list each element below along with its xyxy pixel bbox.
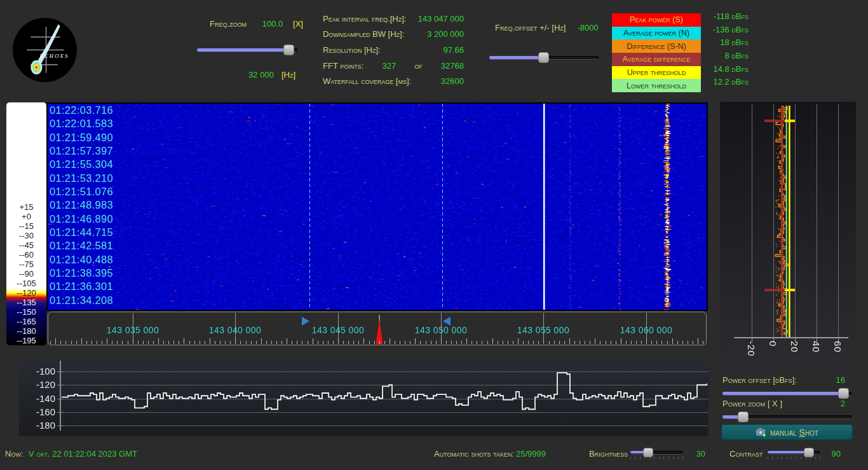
ruler-tick-label: 143 045 000 xyxy=(312,325,364,335)
slider-tick xyxy=(630,457,631,459)
ruler-minor-tick xyxy=(688,341,688,344)
stat-label: Peak interval freq.[Hz]: xyxy=(323,14,406,24)
freq-zoom-unit: [X] xyxy=(293,19,303,29)
slider-tick xyxy=(806,457,806,459)
interval-start-marker[interactable] xyxy=(302,317,309,326)
power-zoom-slider-handle[interactable] xyxy=(738,411,749,422)
ruler-minor-tick xyxy=(379,341,380,344)
profile-axis-label: 60 xyxy=(832,341,843,353)
contrast-slider[interactable] xyxy=(768,448,820,457)
ruler-minor-tick xyxy=(661,341,662,344)
waterfall-timestamp: 01:21:38.395 xyxy=(50,267,113,279)
ruler-minor-tick xyxy=(621,338,621,344)
ruler-minor-tick xyxy=(112,341,112,344)
ruler-minor-tick xyxy=(523,341,524,344)
interval-end-marker[interactable] xyxy=(443,317,451,326)
freq-offset-slider[interactable] xyxy=(489,52,599,62)
brightness-slider-handle[interactable] xyxy=(643,448,653,457)
brightness-slider[interactable] xyxy=(630,448,682,457)
ruler-tick-label: 143 050 000 xyxy=(415,325,467,335)
waterfall-timestamp: 01:21:34.208 xyxy=(50,294,113,307)
freq-offset-slider-handle[interactable] xyxy=(538,52,549,63)
power-offset-slider-handle[interactable] xyxy=(838,388,849,399)
freq-span-unit: [Hz] xyxy=(281,70,295,79)
ruler-minor-tick xyxy=(281,341,282,344)
freq-zoom-slider-handle[interactable] xyxy=(283,45,294,55)
stat-label: Resolution [Hz]: xyxy=(323,45,381,55)
ruler-minor-tick xyxy=(636,341,637,344)
slider-tick xyxy=(815,457,816,459)
ruler-minor-tick xyxy=(508,341,508,344)
contrast-label: Contrast xyxy=(729,449,763,459)
legend-average-difference[interactable]: Average difference xyxy=(612,53,701,66)
slider-tick xyxy=(644,457,645,459)
freq-offset-row: Freq.offset +/- [Hz] -8000 xyxy=(495,23,599,32)
slider-tick xyxy=(635,457,635,459)
slider-tick xyxy=(810,457,811,459)
slider-tick xyxy=(640,457,641,459)
stat-value: 97.66 xyxy=(443,45,464,55)
slider-tick xyxy=(787,457,787,459)
scope-axis-label: -120 xyxy=(19,379,55,391)
stat-value: 143 047 000 xyxy=(418,14,464,24)
scope-axis-label: -160 xyxy=(19,406,55,418)
ruler-minor-tick xyxy=(559,341,560,344)
stats-row-peak-freq: Peak interval freq.[Hz]: 143 047 000 xyxy=(323,11,464,27)
freq-zoom-row: Freq.zoom 100.0 [X] xyxy=(210,19,303,29)
profile-axis-label: 20 xyxy=(789,341,800,353)
waterfall-display[interactable]: 01:22:03.71601:22:01.58301:21:59.49001:2… xyxy=(46,102,708,311)
ruler-minor-tick xyxy=(117,341,118,344)
ruler-minor-tick xyxy=(230,341,231,344)
ruler-minor-tick xyxy=(538,341,539,344)
ruler-minor-tick xyxy=(313,338,313,344)
legend-average-power[interactable]: Average power (N) xyxy=(612,27,701,40)
ruler-minor-tick xyxy=(451,341,452,344)
ruler-minor-tick xyxy=(328,341,329,344)
readout-lower-threshold: 12.2 dBfs xyxy=(694,76,749,89)
ruler-minor-tick xyxy=(50,341,51,344)
ruler-minor-tick xyxy=(436,341,437,344)
legend-label: Lower threshold xyxy=(627,81,686,90)
stats-row-resolution: Resolution [Hz]: 97.66 xyxy=(323,42,464,58)
waterfall-timestamp: 01:21:46.890 xyxy=(50,213,113,225)
ruler-minor-tick xyxy=(616,341,616,344)
legend-lower-threshold[interactable]: Lower threshold xyxy=(612,79,701,92)
legend-upper-threshold[interactable]: Upper threshold xyxy=(612,66,701,79)
ruler-minor-tick xyxy=(703,341,703,344)
scale-label: --120 xyxy=(6,288,46,298)
ruler-minor-tick xyxy=(65,341,66,344)
scope-axis-label: -100 xyxy=(19,366,55,377)
power-zoom-label: Power zoom [ X ] xyxy=(722,399,782,408)
ruler-minor-tick xyxy=(173,341,174,344)
manual-shot-button[interactable]: manual Shot xyxy=(721,424,853,440)
ruler-minor-tick xyxy=(369,341,370,344)
freq-offset-label: Freq.offset +/- [Hz] xyxy=(495,23,566,32)
scale-label: --135 xyxy=(6,298,46,307)
ruler-minor-tick xyxy=(606,341,606,344)
ruler-minor-tick xyxy=(693,341,693,344)
freq-zoom-slider[interactable] xyxy=(197,45,297,55)
ruler-minor-tick xyxy=(128,341,128,344)
power-offset-slider[interactable] xyxy=(722,388,851,398)
ruler-minor-tick xyxy=(71,341,72,344)
contrast-slider-handle[interactable] xyxy=(804,448,814,457)
ruler-minor-tick xyxy=(179,341,179,344)
ruler-minor-tick xyxy=(76,341,77,344)
power-offset-label: Power offset [dBfs]: xyxy=(722,375,797,385)
ruler-minor-tick xyxy=(133,338,133,344)
legend-peak-power[interactable]: Peak power (S) xyxy=(612,13,701,27)
waterfall-timestamp: 01:21:40.488 xyxy=(50,254,113,266)
legend-difference[interactable]: Difference (S-N) xyxy=(612,39,701,53)
peak-frequency-marker[interactable] xyxy=(372,315,386,344)
stat-label: Downsampled BW [Hz]: xyxy=(323,29,404,39)
ruler-minor-tick xyxy=(482,341,482,344)
power-zoom-slider[interactable] xyxy=(722,411,851,422)
freq-zoom-label: Freq.zoom xyxy=(210,19,247,29)
ruler-minor-tick xyxy=(363,338,364,344)
spectrum-profile-canvas xyxy=(720,102,856,371)
stat-label: FFT points: xyxy=(323,61,363,71)
ruler-minor-tick xyxy=(225,341,226,344)
stat-label: Waterfall coverage [ms]: xyxy=(323,76,411,86)
ruler-minor-tick xyxy=(287,338,287,344)
waterfall-timestamps: 01:22:03.71601:22:01.58301:21:59.49001:2… xyxy=(48,104,707,310)
